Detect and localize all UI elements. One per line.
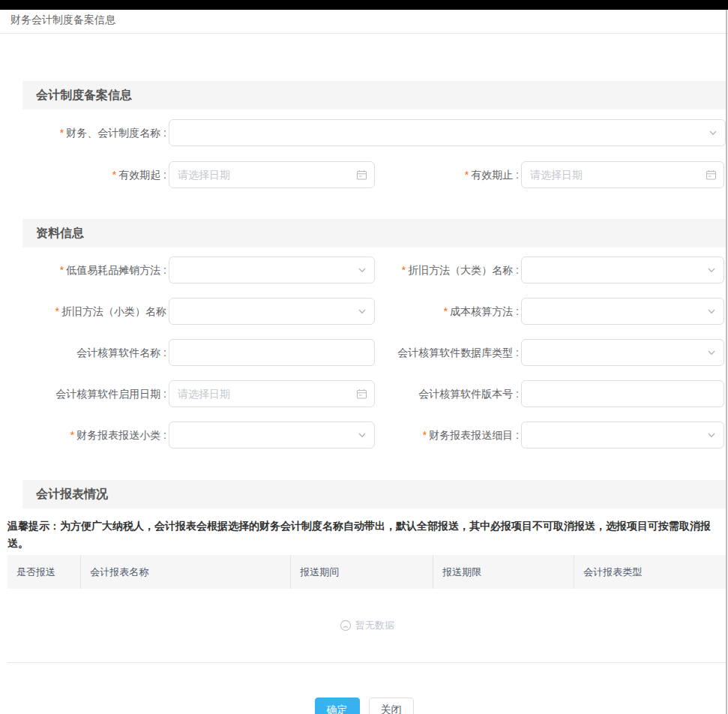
calendar-icon bbox=[356, 170, 367, 181]
confirm-button[interactable]: 确定 bbox=[315, 698, 360, 714]
column-header-period: 报送期间 bbox=[291, 555, 433, 589]
software-version-field[interactable] bbox=[521, 380, 724, 407]
field-depreciation-minor: *折旧方法（小类）名称 bbox=[0, 298, 375, 325]
required-mark: * bbox=[55, 305, 59, 317]
chevron-down-icon bbox=[706, 430, 717, 440]
field-report-subclass: *财务报表报送小类 : bbox=[0, 422, 375, 448]
system-name-select[interactable] bbox=[169, 119, 726, 146]
software-db-type-label: 会计核算软件数据库类型 : bbox=[375, 346, 521, 359]
section-title: 会计报表情况 bbox=[36, 488, 108, 500]
valid-from-label: *有效期起 : bbox=[0, 168, 169, 182]
amortization-method-label: *低值易耗品摊销方法 : bbox=[0, 263, 169, 277]
sad-face-icon bbox=[340, 620, 352, 632]
valid-to-label: *有效期止 : bbox=[375, 168, 521, 182]
field-depreciation-major: *折旧方法（大类）名称 : bbox=[375, 256, 724, 284]
software-name-label: 会计核算软件名称 : bbox=[0, 346, 169, 359]
field-cost-accounting: *成本核算方法 : bbox=[375, 298, 724, 325]
cost-accounting-select[interactable] bbox=[521, 298, 724, 325]
cost-accounting-label: *成本核算方法 : bbox=[375, 304, 521, 318]
valid-to-input[interactable] bbox=[522, 162, 724, 188]
calendar-icon bbox=[706, 170, 717, 181]
chevron-down-icon bbox=[706, 306, 717, 316]
depreciation-minor-select[interactable] bbox=[169, 298, 375, 325]
section-header-material: 资料信息 bbox=[22, 219, 726, 248]
field-software-name: 会计核算软件名称 : bbox=[0, 339, 375, 366]
valid-to-date-picker[interactable] bbox=[521, 161, 724, 188]
chevron-down-icon bbox=[357, 430, 367, 440]
close-button[interactable]: 关闭 bbox=[369, 698, 414, 714]
field-amortization-method: *低值易耗品摊销方法 : bbox=[0, 256, 375, 284]
depreciation-major-select[interactable] bbox=[521, 256, 724, 284]
software-db-type-select[interactable] bbox=[521, 339, 724, 366]
right-edge-divider bbox=[726, 10, 727, 714]
chevron-down-icon bbox=[706, 347, 717, 358]
chevron-down-icon bbox=[708, 128, 718, 138]
page-title-bar: 财务会计制度备案信息 bbox=[0, 10, 728, 34]
report-subclass-label: *财务报表报送小类 : bbox=[0, 428, 169, 442]
report-subclass-select[interactable] bbox=[169, 422, 375, 448]
footer-actions: 确定 关闭 bbox=[0, 698, 728, 714]
column-header-submit: 是否报送 bbox=[7, 555, 81, 589]
chevron-down-icon bbox=[357, 265, 367, 275]
field-software-version: 会计核算软件版本号 : bbox=[375, 380, 724, 407]
field-software-start-date: 会计核算软件启用日期 : bbox=[0, 380, 375, 407]
required-mark: * bbox=[60, 264, 64, 276]
table-empty-state: 暂无数据 bbox=[7, 589, 727, 663]
chevron-down-icon bbox=[706, 265, 717, 275]
required-mark: * bbox=[444, 305, 448, 317]
section-title: 资料信息 bbox=[36, 226, 84, 239]
table-header-row: 是否报送 会计报表名称 报送期间 报送期限 会计报表类型 bbox=[7, 555, 727, 589]
column-header-deadline: 报送期限 bbox=[433, 555, 574, 589]
software-start-date-picker[interactable] bbox=[169, 380, 375, 407]
calendar-icon bbox=[356, 388, 367, 400]
section-header-report: 会计报表情况 bbox=[22, 480, 726, 508]
warm-notice: 温馨提示：为方便广大纳税人，会计报表会根据选择的财务会计制度名称自动带出，默认全… bbox=[7, 518, 721, 552]
software-start-date-input[interactable] bbox=[169, 381, 374, 406]
column-header-report-name: 会计报表名称 bbox=[81, 555, 291, 589]
system-name-label: *财务、会计制度名称 : bbox=[0, 126, 169, 140]
top-black-bar bbox=[0, 0, 728, 10]
section-title: 会计制度备案信息 bbox=[36, 88, 132, 101]
depreciation-major-label: *折旧方法（大类）名称 : bbox=[375, 263, 521, 277]
report-table-grid: 是否报送 会计报表名称 报送期间 报送期限 会计报表类型 bbox=[7, 555, 727, 589]
field-system-name: *财务、会计制度名称 : bbox=[0, 119, 726, 146]
software-name-input[interactable] bbox=[169, 340, 374, 365]
field-valid-from: *有效期起 : bbox=[0, 161, 375, 188]
column-header-report-type: 会计报表类型 bbox=[574, 555, 727, 589]
required-mark: * bbox=[465, 169, 469, 181]
report-detail-select[interactable] bbox=[521, 422, 724, 448]
required-mark: * bbox=[70, 429, 74, 441]
required-mark: * bbox=[60, 127, 64, 139]
report-table: 是否报送 会计报表名称 报送期间 报送期限 会计报表类型 暂无数据 bbox=[7, 555, 727, 663]
valid-from-date-picker[interactable] bbox=[169, 161, 375, 188]
chevron-down-icon bbox=[357, 306, 367, 316]
software-start-date-label: 会计核算软件启用日期 : bbox=[0, 387, 169, 400]
software-version-input[interactable] bbox=[522, 381, 724, 406]
field-report-detail: *财务报表报送细目 : bbox=[375, 422, 724, 448]
valid-from-input[interactable] bbox=[169, 162, 374, 188]
report-detail-label: *财务报表报送细目 : bbox=[375, 428, 521, 442]
section-header-filing: 会计制度备案信息 bbox=[22, 81, 726, 110]
field-valid-to: *有效期止 : bbox=[375, 161, 724, 188]
required-mark: * bbox=[112, 169, 116, 181]
depreciation-minor-label: *折旧方法（小类）名称 bbox=[0, 304, 169, 318]
empty-text: 暂无数据 bbox=[355, 619, 394, 632]
software-name-field[interactable] bbox=[169, 339, 375, 366]
required-mark: * bbox=[423, 429, 427, 441]
required-mark: * bbox=[402, 264, 406, 276]
page-title: 财务会计制度备案信息 bbox=[10, 14, 115, 26]
amortization-method-select[interactable] bbox=[169, 256, 375, 284]
software-version-label: 会计核算软件版本号 : bbox=[375, 387, 521, 400]
field-software-db-type: 会计核算软件数据库类型 : bbox=[375, 339, 724, 366]
